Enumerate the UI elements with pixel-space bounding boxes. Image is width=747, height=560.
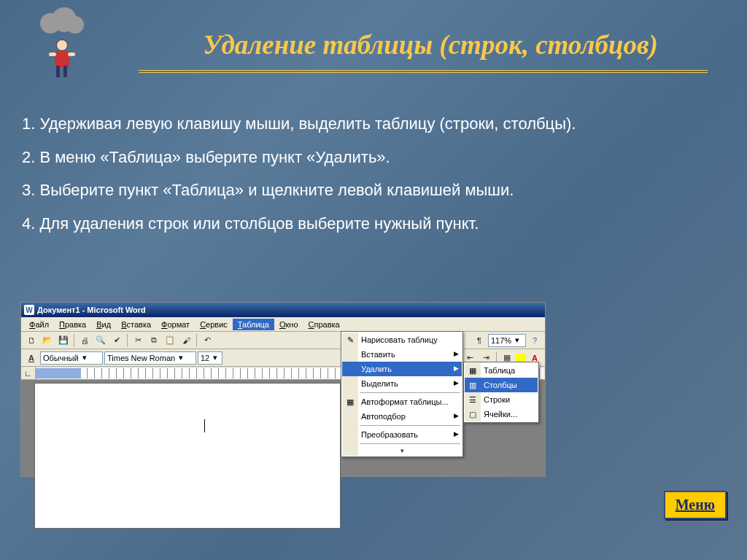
menu-view[interactable]: Вид [91, 319, 116, 330]
open-icon[interactable]: 📂 [40, 333, 55, 348]
title-underline [139, 70, 708, 74]
delete-columns-icon: ▥ [465, 378, 481, 392]
new-icon[interactable]: 🗋 [24, 333, 39, 348]
submenu-arrow-icon: ▶ [454, 430, 459, 438]
spellcheck-icon[interactable]: ✔ [109, 333, 124, 348]
text-cursor [204, 419, 205, 432]
cut-icon[interactable]: ✂ [131, 333, 145, 348]
delete-rows-icon: ☰ [465, 392, 481, 407]
menu-item-autoformat[interactable]: ▦ Автоформат таблицы... [342, 394, 462, 409]
submenu-item-columns[interactable]: ▥ Столбцы [465, 378, 538, 392]
submenu-item-table[interactable]: ▦ Таблица [465, 363, 538, 378]
word-title-text: Документ1 - Microsoft Word [37, 306, 146, 314]
font-value: Times New Roman [107, 354, 175, 362]
submenu-item-cells[interactable]: ▢ Ячейки... [465, 407, 538, 421]
paste-icon[interactable]: 📋 [163, 333, 177, 348]
submenu-arrow-icon: ▶ [454, 350, 459, 357]
submenu-arrow-icon: ▶ [454, 412, 459, 419]
style-indicator-icon[interactable]: А [24, 351, 39, 365]
zoom-value: 117% [491, 336, 511, 345]
word-titlebar[interactable]: W Документ1 - Microsoft Word [21, 303, 545, 317]
slide-mascot [29, 7, 95, 95]
undo-icon[interactable]: ↶ [200, 333, 214, 348]
menu-edit[interactable]: Правка [54, 319, 91, 330]
slide-title: Удаление таблицы (строк, столбцов) [139, 29, 722, 61]
autoformat-icon: ▦ [342, 394, 358, 409]
fontsize-value: 12 [201, 354, 209, 362]
menu-item-insert[interactable]: Вставить ▶ [342, 347, 462, 362]
step-3: 3. Выберите пункт «Таблица» и щелкните л… [22, 179, 725, 201]
pencil-icon: ✎ [342, 332, 358, 347]
table-menu-dropdown[interactable]: ✎ Нарисовать таблицу Вставить ▶ Удалить … [341, 331, 463, 457]
menu-item-delete[interactable]: Удалить ▶ [342, 362, 462, 376]
menu-item-select[interactable]: Выделить ▶ [342, 376, 462, 391]
help-icon[interactable]: ? [527, 333, 542, 348]
show-marks-icon[interactable]: ¶ [472, 333, 487, 348]
menu-tools[interactable]: Сервис [195, 319, 233, 330]
cloud-icon [40, 7, 84, 34]
format-painter-icon[interactable]: 🖌 [179, 333, 193, 348]
word-toolbar-standard[interactable]: 🗋 📂 💾 🖨 🔍 ✔ ✂ ⧉ 📋 🖌 ↶ ¶ 117% ▾ ? [21, 332, 545, 349]
delete-submenu[interactable]: ▦ Таблица ▥ Столбцы ☰ Строки ▢ Ячейки... [463, 362, 539, 423]
chevron-down-icon[interactable]: ▾ [177, 353, 185, 362]
style-combo[interactable]: Обычный ▾ [40, 351, 103, 365]
step-1: 1. Удерживая левую клавишу мыши, выделит… [22, 113, 725, 135]
step-4: 4. Для удаления строк или столбцов выбер… [22, 213, 725, 235]
zoom-combo[interactable]: 117% ▾ [488, 334, 526, 347]
chevron-down-icon[interactable]: ▾ [513, 335, 522, 345]
submenu-arrow-icon: ▶ [454, 365, 459, 372]
highlight-icon[interactable] [516, 354, 526, 362]
copy-icon[interactable]: ⧉ [147, 333, 161, 348]
menu-expand-chevron-icon[interactable]: ▾ [342, 446, 462, 456]
chevron-down-icon[interactable]: ▾ [211, 353, 220, 362]
person-icon [49, 39, 75, 83]
menu-item-draw-table[interactable]: ✎ Нарисовать таблицу [342, 332, 462, 347]
save-icon[interactable]: 💾 [56, 333, 71, 348]
style-value: Обычный [43, 354, 79, 362]
word-menubar[interactable]: Файл Правка Вид Вставка Формат Сервис Та… [21, 317, 545, 332]
menu-file[interactable]: Файл [24, 319, 54, 330]
menu-item-autofit[interactable]: Автоподбор ▶ [342, 409, 462, 424]
menu-insert[interactable]: Вставка [116, 319, 156, 330]
submenu-item-rows[interactable]: ☰ Строки [465, 392, 538, 407]
font-combo[interactable]: Times New Roman ▾ [104, 351, 196, 365]
slide-body: 1. Удерживая левую клавишу мыши, выделит… [22, 113, 725, 246]
submenu-arrow-icon: ▶ [454, 379, 459, 386]
step-2: 2. В меню «Таблица» выберите пункт «Удал… [22, 147, 725, 168]
delete-cells-icon: ▢ [465, 407, 481, 421]
menu-window[interactable]: Окно [274, 319, 303, 330]
menu-separator [360, 392, 460, 393]
preview-icon[interactable]: 🔍 [93, 333, 108, 348]
chevron-down-icon[interactable]: ▾ [80, 353, 89, 362]
delete-table-icon: ▦ [465, 363, 481, 378]
tab-selector[interactable]: ∟ [21, 367, 36, 380]
page[interactable] [34, 383, 341, 529]
menu-item-convert[interactable]: Преобразовать ▶ [342, 427, 462, 442]
menu-separator [360, 425, 460, 426]
print-icon[interactable]: 🖨 [77, 333, 92, 348]
menu-button[interactable]: Меню [664, 491, 727, 519]
menu-help[interactable]: Справка [303, 319, 345, 330]
word-app-icon: W [24, 305, 34, 315]
fontsize-combo[interactable]: 12 ▾ [198, 351, 222, 365]
menu-format[interactable]: Формат [156, 319, 195, 330]
menu-separator [360, 443, 460, 444]
menu-table[interactable]: Таблица [233, 319, 274, 330]
